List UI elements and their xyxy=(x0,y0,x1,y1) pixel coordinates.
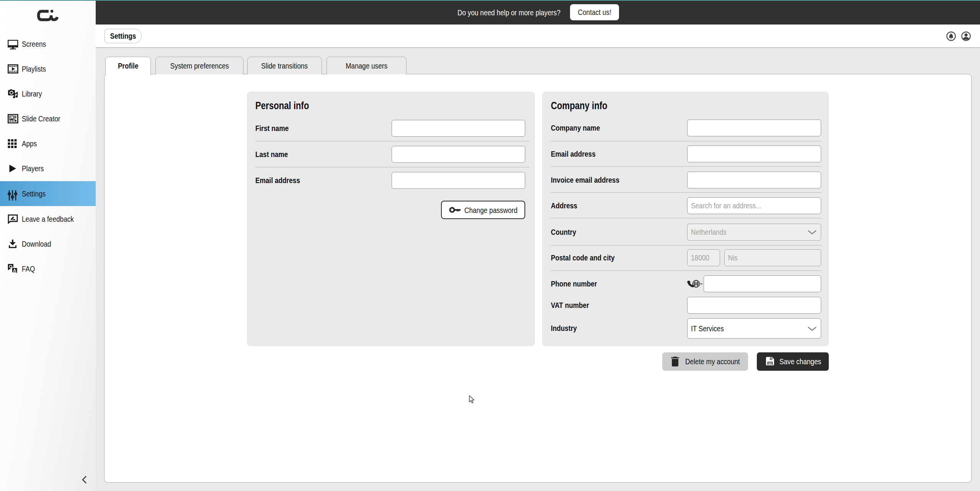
svg-text:A: A xyxy=(13,268,16,272)
